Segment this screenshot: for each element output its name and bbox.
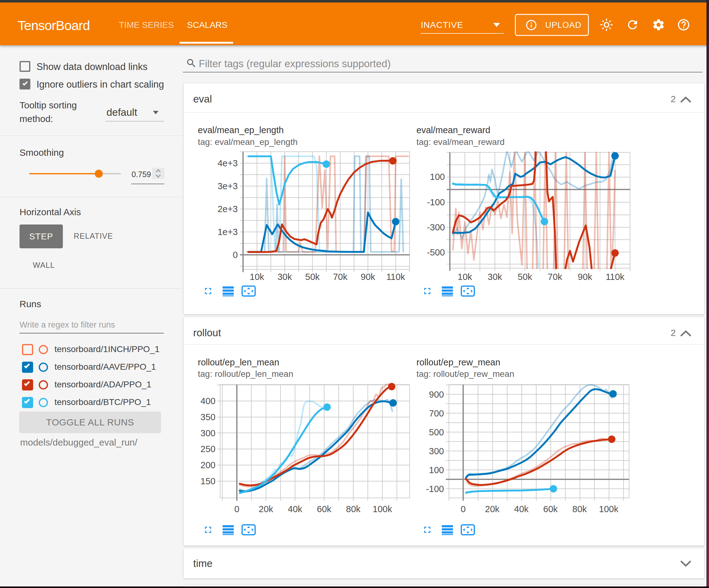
svg-text:0: 0 (234, 504, 239, 514)
svg-text:350: 350 (201, 412, 215, 422)
svg-text:2e+3: 2e+3 (218, 204, 238, 214)
svg-text:100: 100 (430, 172, 445, 182)
svg-text:40k: 40k (514, 504, 529, 514)
svg-text:400: 400 (201, 396, 215, 406)
svg-text:3e+3: 3e+3 (218, 181, 238, 191)
svg-text:0: 0 (233, 250, 238, 260)
svg-text:100k: 100k (599, 504, 619, 514)
svg-text:-100: -100 (426, 484, 444, 494)
svg-text:80k: 80k (346, 504, 361, 514)
svg-text:70k: 70k (333, 272, 347, 282)
svg-text:-500: -500 (427, 248, 445, 257)
svg-text:-300: -300 (427, 222, 445, 232)
svg-text:1e+3: 1e+3 (218, 227, 238, 237)
svg-text:4e+3: 4e+3 (218, 158, 238, 168)
svg-text:70k: 70k (548, 272, 562, 282)
svg-text:300: 300 (429, 446, 444, 456)
svg-text:110k: 110k (606, 272, 625, 282)
svg-text:50k: 50k (518, 272, 532, 282)
svg-text:0: 0 (461, 504, 466, 514)
svg-text:90k: 90k (361, 272, 375, 282)
svg-text:100: 100 (429, 465, 444, 475)
svg-text:110k: 110k (386, 272, 405, 282)
svg-text:60k: 60k (543, 504, 558, 514)
svg-text:100k: 100k (373, 504, 392, 514)
svg-text:80k: 80k (573, 504, 587, 514)
svg-text:300: 300 (201, 428, 215, 438)
svg-text:10k: 10k (250, 272, 264, 282)
svg-text:20k: 20k (485, 504, 500, 514)
svg-text:60k: 60k (317, 504, 332, 514)
svg-text:900: 900 (429, 389, 444, 400)
svg-text:150: 150 (201, 476, 215, 486)
svg-text:50k: 50k (305, 272, 320, 282)
svg-text:40k: 40k (288, 504, 303, 514)
svg-text:10k: 10k (457, 272, 472, 282)
svg-text:30k: 30k (488, 272, 502, 282)
svg-text:20k: 20k (259, 504, 273, 514)
svg-text:-100: -100 (427, 197, 445, 207)
svg-text:250: 250 (201, 444, 215, 454)
svg-text:30k: 30k (278, 272, 292, 282)
svg-text:200: 200 (201, 460, 215, 470)
svg-text:90k: 90k (578, 272, 592, 282)
svg-text:700: 700 (429, 408, 444, 418)
svg-text:500: 500 (429, 427, 444, 437)
